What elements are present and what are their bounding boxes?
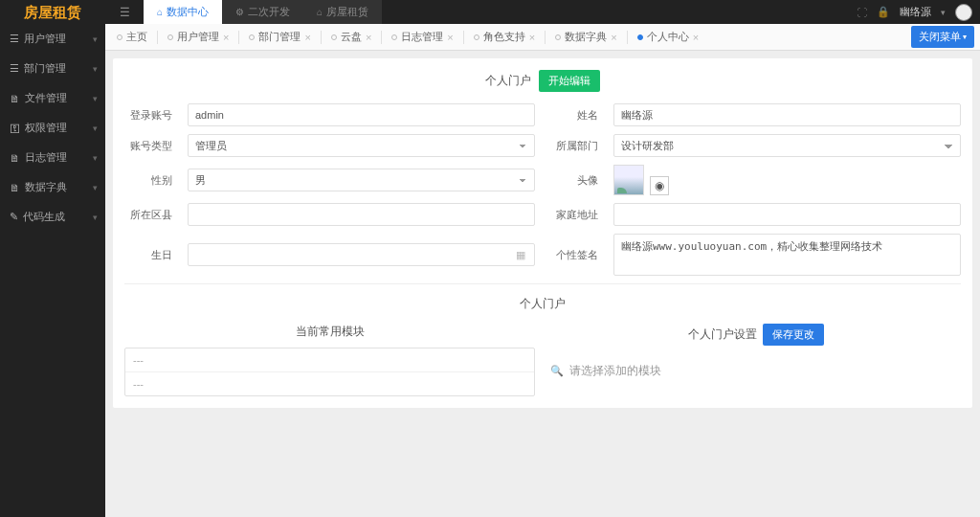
sidebar-item-0[interactable]: ☰用户管理▾ [0, 24, 105, 54]
signature-input[interactable]: 幽络源www.youluoyuan.com，精心收集整理网络技术 [613, 234, 961, 276]
sidebar-item-1[interactable]: ☰部门管理▾ [0, 54, 105, 83]
close-icon[interactable]: × [611, 32, 616, 43]
label-login: 登录账号 [124, 108, 172, 123]
label-accttype: 账号类型 [124, 139, 172, 153]
label-gender: 性别 [124, 173, 172, 188]
label-dept: 所属部门 [550, 139, 598, 153]
chevron-down-icon[interactable]: ▾ [941, 8, 946, 17]
page-tab-2[interactable]: 部门管理× [243, 30, 316, 44]
camera-icon[interactable]: ◉ [650, 176, 669, 195]
sidebar-item-2[interactable]: 🗎文件管理▾ [0, 83, 105, 113]
dept-select[interactable]: 设计研发部 [613, 134, 961, 157]
user-name[interactable]: 幽络源 [900, 5, 931, 19]
current-modules-title: 当前常用模块 [124, 324, 535, 340]
sidebar-item-6[interactable]: ✎代码生成▾ [0, 202, 105, 232]
fullscreen-icon[interactable]: ⛶ [857, 7, 867, 18]
gender-select[interactable]: 男 [188, 169, 535, 191]
portal-settings-title: 个人门户设置 [688, 326, 757, 343]
sidebar-item-3[interactable]: ⚿权限管理▾ [0, 113, 105, 143]
brand-logo: 房屋租赁 [0, 0, 105, 24]
accttype-select[interactable]: 管理员 [188, 134, 535, 157]
label-name: 姓名 [550, 108, 598, 123]
list-item[interactable]: --- [125, 372, 534, 395]
menu-toggle-icon[interactable]: ☰ [105, 6, 144, 19]
addr-input[interactable] [613, 203, 961, 226]
main-tab-1[interactable]: ⚙二次开发 [222, 0, 303, 24]
label-birth: 生日 [124, 248, 172, 262]
close-icon[interactable]: × [693, 32, 699, 43]
close-icon[interactable]: × [366, 32, 371, 43]
search-icon: 🔍 [550, 365, 564, 377]
save-button[interactable]: 保存更改 [763, 324, 824, 346]
login-input[interactable] [188, 103, 535, 126]
close-icon[interactable]: × [304, 32, 310, 43]
module-search-placeholder[interactable]: 请选择添加的模块 [569, 363, 661, 379]
close-menu-button[interactable]: 关闭菜单▾ [911, 26, 974, 48]
avatar-image [613, 165, 644, 195]
label-avatar: 头像 [550, 173, 598, 188]
page-tab-5[interactable]: 角色支持× [468, 30, 541, 44]
sidebar-item-4[interactable]: 🗎日志管理▾ [0, 143, 105, 172]
page-tab-4[interactable]: 日志管理× [386, 30, 458, 44]
portal-section-title: 个人门户 [124, 283, 961, 324]
sidebar-item-5[interactable]: 🗎数据字典▾ [0, 172, 105, 202]
close-icon[interactable]: × [529, 32, 535, 43]
page-tab-0[interactable]: 主页 [111, 30, 153, 44]
main-tab-0[interactable]: ⌂数据中心 [144, 0, 222, 24]
label-addr: 家庭地址 [550, 208, 598, 222]
list-item[interactable]: --- [125, 348, 534, 372]
close-icon[interactable]: × [447, 32, 453, 43]
page-tab-3[interactable]: 云盘× [325, 30, 377, 44]
area-input[interactable] [188, 203, 535, 226]
page-tab-1[interactable]: 用户管理× [162, 30, 234, 44]
close-icon[interactable]: × [223, 32, 229, 43]
edit-button[interactable]: 开始编辑 [539, 70, 600, 92]
name-input[interactable] [613, 103, 961, 126]
panel-title: 个人门户 [485, 73, 531, 89]
birth-input[interactable] [188, 243, 535, 266]
label-sig: 个性签名 [550, 248, 598, 262]
avatar[interactable] [955, 4, 972, 21]
label-area: 所在区县 [124, 208, 172, 222]
page-tab-6[interactable]: 数据字典× [549, 30, 622, 44]
lock-icon[interactable]: 🔒 [877, 6, 890, 18]
main-tab-2[interactable]: ⌂房屋租赁 [303, 0, 382, 24]
page-tab-7[interactable]: 个人中心× [632, 30, 704, 44]
